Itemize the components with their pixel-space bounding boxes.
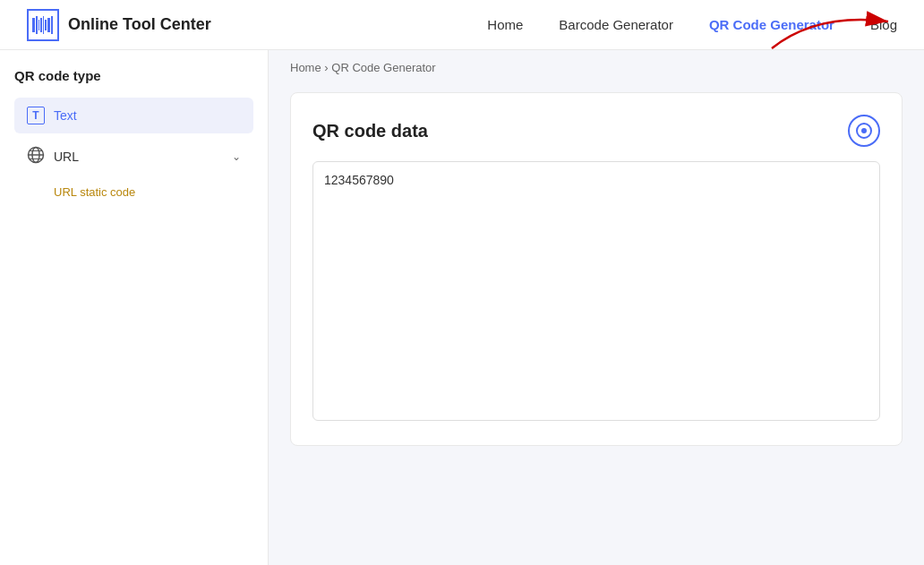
svg-rect-0 — [32, 18, 35, 32]
chevron-down-icon: ⌄ — [232, 150, 241, 163]
nav-qr[interactable]: QR Code Generator — [709, 17, 834, 32]
logo-icon — [27, 9, 59, 41]
sidebar-item-text[interactable]: T Text — [14, 98, 253, 133]
sidebar: QR code type T Text URL ⌄ — [0, 50, 269, 565]
svg-rect-6 — [47, 18, 50, 32]
breadcrumb-home[interactable]: Home — [290, 61, 321, 74]
nav-home[interactable]: Home — [487, 17, 523, 32]
qr-scan-icon — [848, 115, 880, 147]
breadcrumb-current: QR Code Generator — [331, 61, 435, 74]
sidebar-title: QR code type — [14, 68, 253, 83]
svg-rect-5 — [45, 20, 47, 30]
nav-barcode[interactable]: Barcode Generator — [559, 17, 673, 32]
text-type-icon: T — [27, 107, 45, 124]
globe-icon — [27, 146, 45, 167]
card-header: QR code data — [312, 115, 880, 147]
svg-rect-3 — [40, 18, 42, 32]
breadcrumb: Home › QR Code Generator — [269, 50, 924, 85]
nav-blog[interactable]: Blog — [870, 17, 897, 32]
main-content: Home › QR Code Generator QR code data 12… — [269, 50, 924, 565]
sidebar-item-text-label: Text — [54, 108, 77, 123]
svg-rect-4 — [43, 16, 44, 34]
logo-area: Online Tool Center — [27, 9, 211, 41]
qr-data-textarea[interactable]: 1234567890 — [312, 161, 880, 421]
card-title: QR code data — [312, 121, 428, 141]
svg-rect-7 — [51, 16, 53, 34]
site-title: Online Tool Center — [68, 15, 211, 34]
url-static-code-link[interactable]: URL static code — [14, 178, 253, 206]
svg-rect-2 — [38, 20, 39, 30]
main-nav: Home Barcode Generator QR Code Generator… — [487, 17, 897, 32]
page-layout: QR code type T Text URL ⌄ — [0, 50, 924, 565]
qr-code-card: QR code data 1234567890 — [290, 92, 903, 446]
breadcrumb-separator: › — [324, 61, 328, 74]
sidebar-item-url-label: URL — [54, 150, 223, 164]
header: Online Tool Center Home Barcode Generato… — [0, 0, 924, 50]
sidebar-item-url[interactable]: URL ⌄ — [14, 137, 253, 176]
svg-rect-1 — [36, 16, 38, 34]
